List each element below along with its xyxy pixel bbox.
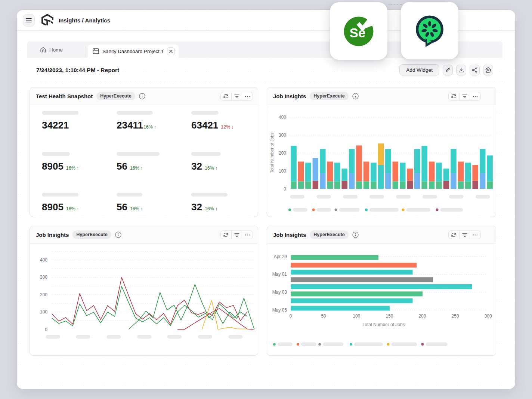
cucumber-seed [428, 21, 431, 26]
bar-segment [421, 146, 427, 181]
refresh-button[interactable] [221, 92, 231, 100]
bar-segment [436, 181, 442, 189]
info-icon[interactable] [352, 93, 359, 99]
stat-block: 890516%↑ [42, 152, 79, 172]
skeleton-label [42, 193, 78, 197]
refresh-button[interactable] [221, 231, 231, 239]
filter-button[interactable] [231, 231, 242, 239]
bar [291, 277, 433, 282]
gear-icon [485, 67, 491, 73]
tab-close-button[interactable] [167, 47, 175, 55]
filter-button[interactable] [459, 231, 470, 239]
legend-dot [402, 208, 405, 211]
info-icon[interactable] [139, 93, 145, 99]
tick-label: 400 [40, 257, 47, 263]
skeleton-label [137, 335, 152, 339]
info-icon[interactable] [352, 232, 359, 238]
bar-segment [414, 173, 420, 189]
info-icon[interactable] [115, 232, 121, 238]
bar-segment [327, 162, 333, 182]
svg-text:Se: Se [350, 25, 366, 40]
bar-segment [298, 181, 304, 189]
bar-segment [451, 149, 457, 173]
bar [291, 270, 413, 275]
filter-button[interactable] [459, 92, 470, 100]
stat-value: 32 [191, 161, 202, 172]
tick-label: 100 [353, 313, 360, 319]
bar-segment [313, 158, 319, 181]
settings-button[interactable] [483, 65, 493, 75]
filter-button[interactable] [231, 92, 242, 100]
cucumber-card[interactable] [401, 2, 458, 59]
more-button[interactable] [470, 92, 480, 100]
download-icon [458, 67, 464, 73]
stat-delta: 16%↑ [205, 165, 218, 171]
bar [291, 299, 413, 303]
skeleton-label [354, 343, 383, 346]
legend-dot [387, 343, 390, 346]
line-series-yellow-a [202, 300, 248, 330]
stat-value: 56 [117, 201, 127, 213]
hyperexecute-badge: HyperExecute [72, 231, 111, 239]
bar-segment [364, 162, 369, 182]
more-icon [245, 234, 250, 236]
line-series-green-a [52, 286, 248, 326]
bar-segment [305, 163, 311, 181]
bar-segment [305, 181, 311, 189]
download-button[interactable] [456, 65, 466, 75]
stat-value: 8905 [42, 161, 64, 172]
tab-active[interactable]: Sanity Dashboard Project 1 [88, 44, 179, 58]
filter-icon [462, 94, 467, 99]
share-icon [472, 67, 477, 73]
bar-segment [385, 149, 391, 173]
bar-segment [487, 181, 493, 189]
tab-home[interactable]: Home [35, 41, 67, 58]
bar-segment [443, 181, 449, 189]
share-button[interactable] [470, 65, 480, 75]
tick-label: 200 [279, 151, 286, 156]
tick-label: 0 [284, 186, 286, 192]
hamburger-icon [26, 18, 32, 22]
bar-segment [393, 162, 399, 182]
widget-header: Job Insights HyperExecute [267, 87, 496, 105]
bar-segment [473, 181, 479, 189]
more-button[interactable] [470, 231, 480, 239]
more-button[interactable] [242, 231, 253, 239]
stat-delta: 16%↑ [66, 165, 79, 171]
bar-segment [378, 143, 384, 165]
bar-segment [298, 162, 304, 182]
bar-segment [458, 181, 464, 189]
tick-label: 300 [485, 313, 492, 319]
bar-segment [349, 149, 355, 173]
stat-block: 2341116%↑ [117, 111, 156, 131]
refresh-button[interactable] [449, 231, 459, 239]
bar [291, 255, 378, 260]
skeleton-label [396, 195, 411, 199]
legend-dot [350, 343, 352, 346]
more-button[interactable] [242, 92, 253, 100]
stat-block: 3216%↑ [191, 152, 221, 172]
add-widget-button[interactable]: Add Widget [399, 64, 439, 75]
stat-block: 5616%↑ [117, 152, 160, 172]
refresh-button[interactable] [449, 92, 459, 100]
edit-button[interactable] [443, 65, 453, 75]
window-icon [93, 48, 99, 54]
skeleton-label [426, 343, 447, 346]
stat-delta: 16%↑ [66, 206, 79, 211]
bar-segment [407, 168, 413, 181]
skeleton-label [449, 195, 464, 199]
skeleton-label [107, 335, 121, 339]
hamburger-menu-button[interactable] [23, 14, 35, 27]
refresh-icon [223, 232, 228, 237]
skeleton-label [117, 111, 153, 115]
skeleton-label [191, 193, 228, 197]
selenium-card[interactable]: Se [330, 2, 387, 60]
refresh-icon [451, 232, 456, 237]
bar-segment [385, 173, 391, 189]
legend-dot [318, 343, 321, 346]
bar-segment [356, 181, 362, 189]
bar-segment [334, 181, 340, 189]
stats-grid: 342212341116%↑6342112%↓890516%↑5616%↑321… [30, 105, 258, 217]
stat-block: 34221 [42, 111, 78, 131]
skeleton-label [76, 335, 90, 339]
